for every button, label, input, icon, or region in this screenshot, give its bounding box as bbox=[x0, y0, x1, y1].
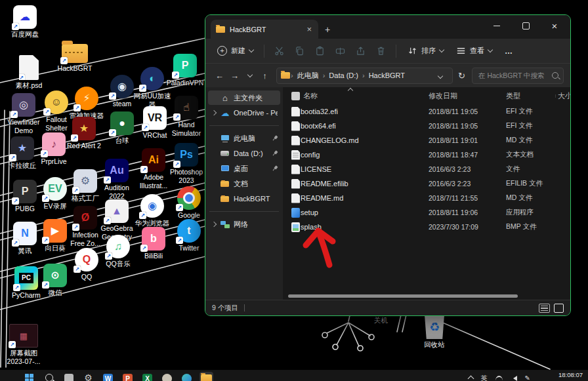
kalabiqiu-icon: ★↗ bbox=[10, 136, 34, 160]
wifi-icon[interactable] bbox=[495, 376, 503, 381]
more-options-icon[interactable]: … bbox=[499, 47, 519, 56]
large-icons-view-icon[interactable] bbox=[554, 304, 564, 313]
maximize-button[interactable] bbox=[511, 15, 540, 37]
shutdown-shortcut-label[interactable]: 关机 bbox=[374, 316, 388, 325]
taskbar-icon-excel[interactable]: X bbox=[140, 372, 154, 381]
desktop-icon-photoshop-2023[interactable]: Ps↗Photoshop2023 bbox=[165, 143, 207, 184]
new-tab-button[interactable]: + bbox=[325, 25, 330, 34]
copy-icon[interactable] bbox=[290, 43, 309, 60]
shortcut-arrow-icon: ↗ bbox=[109, 92, 116, 100]
sidebar-item-this-pc[interactable]: 此电脑 bbox=[208, 131, 280, 146]
search-box[interactable] bbox=[472, 68, 564, 84]
breadcrumb-item-2[interactable]: HackBGRT bbox=[366, 71, 408, 79]
desktop-icon-hand-simulator[interactable]: ☝↗HandSimulator bbox=[165, 96, 207, 137]
taskbar-icon-browser[interactable] bbox=[160, 372, 174, 381]
taskbar-icon-task-view[interactable] bbox=[62, 372, 75, 381]
file-row-bootia32.efi[interactable]: bootia32.efi2018/8/11 19:05EFI 文件 bbox=[283, 104, 570, 119]
file-row-CHANGELOG.md[interactable]: CHANGELOG.md2018/8/11 19:01MD 文件 bbox=[283, 133, 570, 148]
file-row-LICENSE[interactable]: LICENSE2016/6/3 2:23文件 bbox=[283, 162, 570, 176]
view-button[interactable]: 查看 bbox=[450, 39, 497, 63]
sidebar-item-home[interactable]: 主文件夹 bbox=[208, 90, 280, 105]
file-row-README.efilib[interactable]: README.efilib2016/6/3 2:23EFILIB 文件 bbox=[283, 176, 570, 191]
details-view-icon[interactable] bbox=[539, 304, 550, 313]
chevron-down-icon bbox=[439, 47, 444, 52]
sidebar-item-desktop[interactable]: 桌面 bbox=[208, 161, 280, 176]
desktop-icon-paladinvpn[interactable]: P↗PaladinVPN bbox=[164, 54, 206, 87]
address-dropdown-icon[interactable] bbox=[432, 71, 448, 79]
file-row-bootx64.efi[interactable]: bootx64.efi2018/8/11 19:05EFI 文件 bbox=[283, 119, 570, 133]
taskbar-icon-settings[interactable]: ⚙ bbox=[81, 372, 95, 381]
cut-icon[interactable] bbox=[270, 43, 289, 60]
column-size[interactable]: 大小 bbox=[555, 91, 570, 101]
sort-button[interactable]: 排序 bbox=[402, 39, 449, 63]
taskbar-icon-start[interactable] bbox=[22, 372, 36, 381]
sidebar-item-network[interactable]: 网络 bbox=[208, 217, 280, 231]
pen-icon[interactable]: ✎ bbox=[525, 375, 530, 381]
file-row-splash[interactable]: splash2023/7/30 17:09BMP 文件 bbox=[283, 220, 570, 234]
up-icon[interactable]: ↑ bbox=[257, 68, 272, 83]
breadcrumb[interactable]: ›此电脑›Data (D:)›HackBGRT bbox=[276, 68, 453, 84]
explorer-tab[interactable]: HackBGRT × bbox=[211, 20, 318, 39]
taskbar-icon-file-explorer[interactable] bbox=[200, 372, 213, 381]
taskbar-icon-edge[interactable] bbox=[180, 372, 194, 381]
taskbar-icon-powerpoint[interactable]: P bbox=[121, 372, 135, 381]
column-type[interactable]: 类型 bbox=[503, 91, 555, 101]
qq-icon: Q↗ bbox=[75, 248, 98, 271]
sidebar-item-data-d[interactable]: Data (D:) bbox=[208, 146, 280, 161]
file-row-README.md[interactable]: README.md2018/7/11 21:55MD 文件 bbox=[283, 191, 570, 205]
expander-chevron-icon[interactable] bbox=[211, 222, 217, 226]
sidebar-item-documents[interactable]: 文档 bbox=[208, 176, 280, 191]
close-button[interactable]: × bbox=[540, 15, 569, 37]
ime-indicator[interactable]: 英 bbox=[481, 375, 488, 381]
desktop-icon-recycle-bin[interactable]: ♻回收站 bbox=[413, 314, 455, 349]
new-button-label: 新建 bbox=[231, 46, 245, 56]
folder-icon bbox=[220, 194, 230, 203]
desktop[interactable]: 关机 ☁↗百度网盘↗HackBGRT↗素材.psd◎↗ViewfinderDem… bbox=[0, 0, 588, 381]
shortcut-arrow-icon: ↗ bbox=[142, 124, 149, 131]
share-icon[interactable] bbox=[351, 43, 370, 60]
sidebar-item-onedrive[interactable]: OneDrive - Personal bbox=[208, 106, 280, 120]
desktop-icon-twitter[interactable]: t↗Twitter bbox=[168, 219, 210, 252]
tray-overflow-icon[interactable] bbox=[467, 376, 474, 381]
recent-locations-icon[interactable] bbox=[242, 68, 257, 83]
file-date-modified: 2018/8/11 18:47 bbox=[426, 151, 503, 159]
divider bbox=[396, 45, 396, 58]
item-count: 9 个项目 bbox=[212, 304, 238, 313]
tab-close-icon[interactable]: × bbox=[305, 25, 313, 33]
paste-icon[interactable] bbox=[310, 43, 329, 60]
file-type: EFILIB 文件 bbox=[503, 179, 555, 188]
refresh-icon[interactable]: ↻ bbox=[453, 71, 471, 81]
desktop-icon-screenshot-file[interactable]: ▦↗屏幕截图2023-07-... bbox=[3, 324, 45, 365]
new-button[interactable]: 新建 bbox=[212, 43, 259, 59]
taskbar-icon-word[interactable]: W bbox=[101, 372, 115, 381]
clock[interactable]: 18:08:07 bbox=[558, 371, 583, 378]
desktop-icon-hackbgrt-zip-folder[interactable]: ↗HackBGRT bbox=[54, 39, 96, 73]
file-row-config[interactable]: config2018/8/11 18:47文本文档 bbox=[283, 148, 570, 162]
rename-icon[interactable] bbox=[331, 43, 350, 60]
back-icon[interactable]: ← bbox=[212, 68, 227, 83]
column-date-modified[interactable]: 修改日期 bbox=[426, 91, 503, 101]
desktop-icon-label: Google bbox=[168, 211, 210, 220]
desktop-icon-red-alert-2[interactable]: ★↗Red Alert 2 bbox=[63, 117, 105, 150]
breadcrumb-item-1[interactable]: Data (D:) bbox=[326, 71, 362, 79]
delete-icon[interactable] bbox=[371, 43, 390, 60]
expander-chevron-icon[interactable] bbox=[211, 111, 217, 115]
file-row-setup[interactable]: setup2018/8/11 19:06应用程序 bbox=[283, 205, 570, 220]
volume-icon[interactable] bbox=[511, 376, 517, 381]
column-name[interactable]: 名称 bbox=[301, 91, 426, 101]
desktop-icon-google-chrome[interactable]: ↗Google bbox=[168, 186, 210, 220]
taskbar-icon-search[interactable] bbox=[42, 372, 56, 381]
desktop-icon-sucai-psd[interactable]: ↗素材.psd bbox=[8, 55, 50, 90]
horizontal-scrollbar[interactable] bbox=[287, 294, 562, 298]
breadcrumb-item-0[interactable]: 此电脑 bbox=[294, 71, 322, 81]
forward-icon[interactable]: → bbox=[227, 68, 242, 83]
search-input[interactable] bbox=[477, 71, 550, 80]
scrollbar-thumb[interactable] bbox=[288, 294, 518, 298]
file-name: README.efilib bbox=[301, 180, 426, 188]
desktop-icon-huawei-browser[interactable]: ◉↗华为浏览器 bbox=[131, 194, 173, 228]
sidebar-item-label: 文档 bbox=[234, 179, 278, 189]
desktop-icon-baidu-netdisk[interactable]: ☁↗百度网盘 bbox=[4, 5, 46, 39]
sidebar-item-hackbgrt[interactable]: HackBGRT bbox=[208, 191, 280, 206]
select-all-checkbox[interactable] bbox=[291, 92, 300, 100]
minimize-button[interactable] bbox=[482, 15, 511, 37]
